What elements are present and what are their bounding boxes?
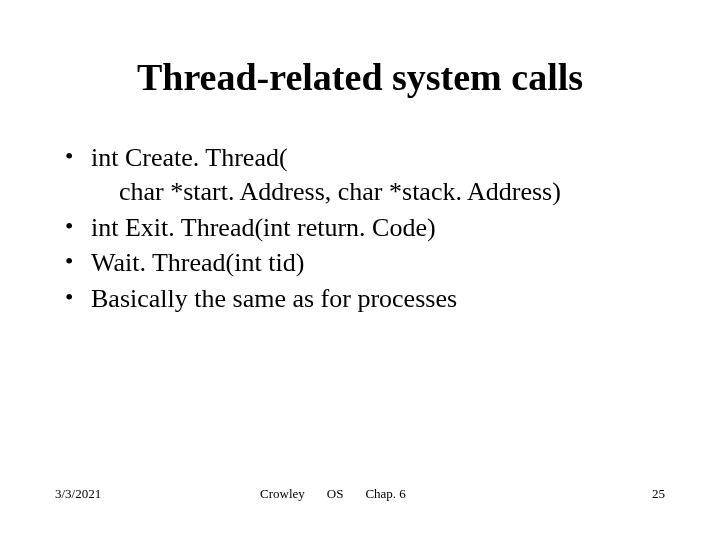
footer-course: OS [327,486,344,502]
bullet-text-continuation: char *start. Address, char *stack. Addre… [91,175,665,209]
bullet-text: Basically the same as for processes [91,284,457,313]
list-item: int Exit. Thread(int return. Code) [63,211,665,245]
list-item: Wait. Thread(int tid) [63,246,665,280]
slide: Thread-related system calls int Create. … [0,0,720,540]
footer-date: 3/3/2021 [55,486,260,502]
slide-footer: 3/3/2021 Crowley OS Chap. 6 25 [55,486,665,502]
bullet-text: Wait. Thread(int tid) [91,248,304,277]
slide-title: Thread-related system calls [55,55,665,99]
bullet-list: int Create. Thread( char *start. Address… [55,141,665,316]
bullet-text: int Exit. Thread(int return. Code) [91,213,436,242]
footer-chapter: Chap. 6 [365,486,405,502]
footer-page-number: 25 [652,486,665,502]
list-item: int Create. Thread( char *start. Address… [63,141,665,209]
list-item: Basically the same as for processes [63,282,665,316]
footer-author: Crowley [260,486,305,502]
bullet-text: int Create. Thread( [91,143,288,172]
